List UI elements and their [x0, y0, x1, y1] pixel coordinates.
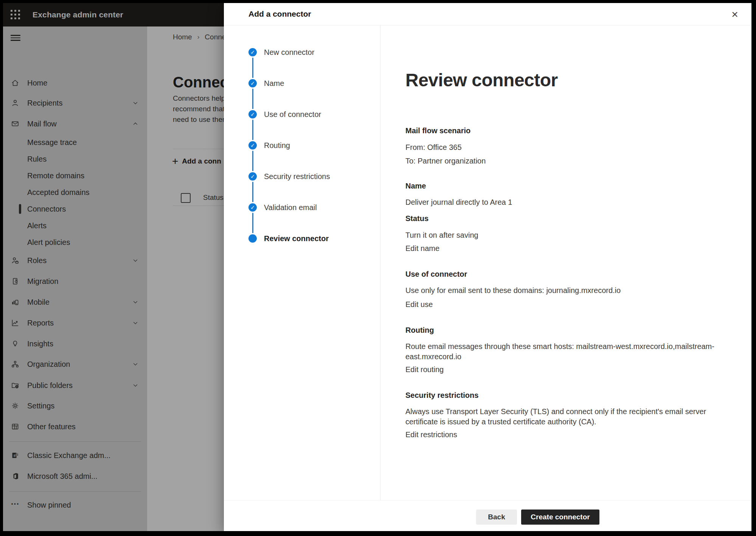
mail-flow-from: From: Office 365	[405, 142, 722, 153]
step-check-icon: ✓	[248, 203, 257, 212]
mail-flow-to: To: Partner organization	[405, 156, 722, 166]
back-button[interactable]: Back	[476, 510, 517, 525]
step-connector-line	[252, 89, 253, 109]
step-review-connector: Review connector	[264, 234, 329, 243]
routing-title: Routing	[405, 325, 434, 335]
step-use-of-connector: Use of connector	[264, 109, 321, 119]
use-of-connector-value: Use only for email sent to these domains…	[405, 285, 722, 296]
step-connector-line	[252, 182, 253, 202]
step-name: Name	[264, 78, 284, 88]
review-heading: Review connector	[405, 70, 558, 90]
dialog-header: Add a connector ×	[224, 3, 751, 25]
step-connector-line	[252, 120, 253, 140]
security-restrictions-value: Always use Transport Layer Security (TLS…	[405, 407, 722, 427]
security-restrictions-title: Security restrictions	[405, 390, 478, 400]
window-frame: Exchange admin center Home Recipients Ma…	[0, 0, 756, 536]
name-title: Name	[405, 181, 426, 191]
create-connector-button[interactable]: Create connector	[521, 510, 599, 525]
edit-use-link[interactable]: Edit use	[405, 299, 433, 309]
mail-flow-scenario-title: Mail flow scenario	[405, 126, 470, 136]
status-value: Turn it on after saving	[405, 230, 722, 240]
close-icon[interactable]: ×	[727, 6, 743, 23]
edit-routing-link[interactable]: Edit routing	[405, 365, 444, 374]
dialog-footer: Back Create connector	[224, 500, 751, 531]
dialog-title: Add a connector	[248, 9, 311, 19]
step-check-icon: ✓	[248, 110, 257, 118]
edit-restrictions-link[interactable]: Edit restrictions	[405, 430, 457, 439]
routing-value: Route email messages through these smart…	[405, 341, 722, 362]
edit-name-link[interactable]: Edit name	[405, 243, 439, 253]
step-validation-email: Validation email	[264, 203, 317, 212]
step-current-dot	[248, 234, 257, 243]
use-of-connector-title: Use of connector	[405, 269, 467, 279]
step-check-icon: ✓	[248, 141, 257, 150]
step-connector-line	[252, 213, 253, 233]
add-connector-dialog: Add a connector × ✓ ✓ ✓ ✓ ✓ ✓ New connec…	[224, 3, 751, 531]
step-check-icon: ✓	[248, 79, 257, 87]
step-security-restrictions: Security restrictions	[264, 171, 330, 181]
status-title: Status	[405, 213, 428, 223]
step-new-connector: New connector	[264, 47, 314, 57]
wizard-stepper: ✓ ✓ ✓ ✓ ✓ ✓ New connector Name Use of co…	[224, 25, 380, 500]
name-value: Deliver journal directly to Area 1	[405, 197, 722, 207]
step-connector-line	[252, 151, 253, 171]
step-routing: Routing	[264, 140, 290, 150]
step-check-icon: ✓	[248, 172, 257, 181]
step-connector-line	[252, 58, 253, 78]
step-check-icon: ✓	[248, 48, 257, 56]
exchange-admin-center-app: Exchange admin center Home Recipients Ma…	[3, 3, 751, 531]
review-pane: Review connector Mail flow scenario From…	[380, 25, 751, 500]
